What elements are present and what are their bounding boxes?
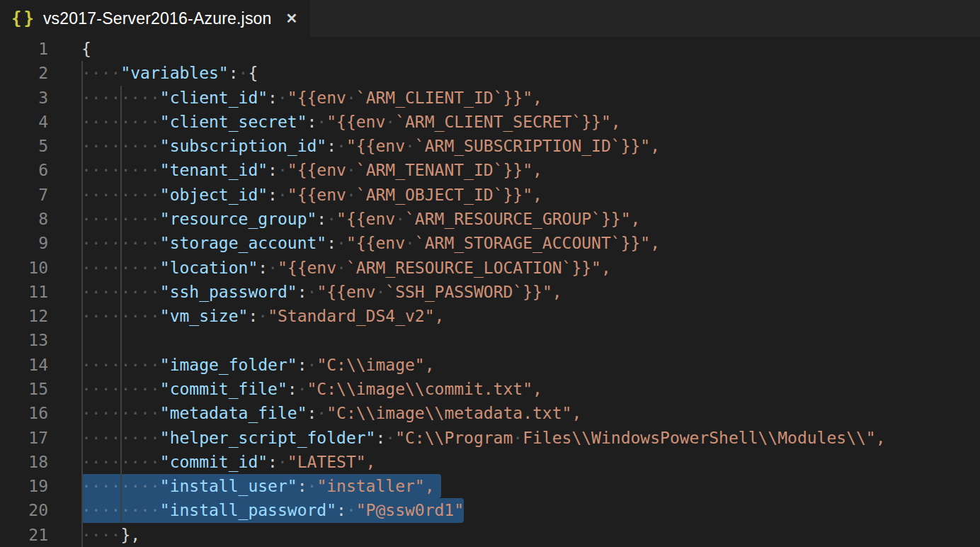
code-token: "C:\\image\\metadata.txt", — [326, 404, 581, 422]
line-number[interactable]: 12 — [0, 304, 48, 328]
code-token: "{{env — [317, 283, 375, 301]
rendered-whitespace: · — [405, 234, 415, 252]
code-token: "helper_script_folder" — [160, 429, 376, 447]
rendered-whitespace: ········ — [81, 307, 160, 325]
line-content: ········"resource_group":·"{{env·`ARM_RE… — [81, 207, 640, 231]
rendered-whitespace: ········ — [81, 404, 160, 422]
line-content: ····"variables":·{ — [81, 61, 258, 85]
code-line[interactable]: 10········"location":·"{{env·`ARM_RESOUR… — [0, 256, 980, 280]
code-token: "{{env — [336, 210, 395, 228]
code-token: : — [375, 429, 385, 447]
json-file-icon: {} — [11, 9, 36, 28]
rendered-whitespace: · — [307, 477, 317, 495]
code-line[interactable]: 1{ — [0, 37, 980, 61]
code-line[interactable]: 13 — [0, 328, 980, 352]
code-token: "install_user" — [160, 477, 297, 495]
code-token: : — [307, 404, 317, 422]
line-number[interactable]: 7 — [0, 183, 48, 207]
rendered-whitespace: ········ — [81, 453, 160, 471]
line-number[interactable]: 5 — [0, 134, 48, 158]
code-token: : — [326, 137, 336, 155]
code-token: `ARM_OBJECT_ID`}}", — [356, 186, 542, 204]
rendered-whitespace: · — [346, 161, 356, 179]
line-number[interactable]: 2 — [0, 61, 48, 85]
code-line[interactable]: 4········"client_secret":·"{{env·`ARM_CL… — [0, 110, 980, 134]
code-line[interactable]: 12········"vm_size":·"Standard_DS4_v2", — [0, 304, 980, 328]
rendered-whitespace: · — [385, 113, 395, 131]
line-number[interactable]: 10 — [0, 256, 48, 280]
line-number[interactable]: 1 — [0, 37, 48, 61]
code-token: `ARM_SUBSCRIPTION_ID`}}", — [415, 137, 660, 155]
code-token: : — [268, 186, 278, 204]
code-token: "{{env — [278, 259, 336, 277]
code-line[interactable]: 17········"helper_script_folder":·"C:\\P… — [0, 426, 980, 450]
code-token: `ARM_TENANT_ID`}}", — [356, 161, 542, 179]
line-number[interactable]: 6 — [0, 158, 48, 182]
code-token: Files\\WindowsPowerShell\\Modules\\", — [523, 429, 885, 447]
code-line[interactable]: 21····}, — [0, 523, 980, 547]
rendered-whitespace: · — [317, 113, 326, 131]
code-line[interactable]: 18········"commit_id":·"LATEST", — [0, 450, 980, 474]
code-line[interactable]: 14········"image_folder":·"C:\\image", — [0, 353, 980, 377]
code-line[interactable]: 20········"install_password":·"P@ssw0rd1… — [0, 498, 980, 522]
code-token: "C:\\image\\commit.txt", — [307, 380, 542, 398]
code-line[interactable]: 16········"metadata_file":·"C:\\image\\m… — [0, 401, 980, 425]
code-editor[interactable]: 1{2····"variables":·{3········"client_id… — [0, 37, 980, 547]
code-token: : — [248, 307, 258, 325]
code-token: : — [317, 210, 326, 228]
line-number[interactable]: 16 — [0, 401, 48, 425]
tab-vs2017-server2016-azure-json[interactable]: {} vs2017-Server2016-Azure.json ✕ — [0, 0, 310, 37]
code-line[interactable]: 11········"ssh_password":·"{{env·`SSH_PA… — [0, 280, 980, 304]
code-line[interactable]: 15········"commit_file":·"C:\\image\\com… — [0, 377, 980, 401]
rendered-whitespace: ········ — [81, 356, 160, 374]
code-token: "Standard_DS4_v2", — [268, 307, 444, 325]
code-token: "{{env — [287, 89, 346, 107]
code-token: `ARM_RESOURCE_GROUP`}}", — [405, 210, 640, 228]
line-number[interactable]: 17 — [0, 426, 48, 450]
line-number[interactable]: 18 — [0, 450, 48, 474]
rendered-whitespace: ···· — [81, 64, 120, 82]
rendered-whitespace: ···· — [81, 526, 120, 544]
line-content: ········"location":·"{{env·`ARM_RESOURCE… — [81, 256, 611, 280]
rendered-whitespace: · — [278, 186, 287, 204]
line-number[interactable]: 15 — [0, 377, 48, 401]
line-number[interactable]: 19 — [0, 474, 48, 498]
code-token: "ssh_password" — [160, 283, 297, 301]
rendered-whitespace: · — [336, 137, 346, 155]
code-token: "subscription_id" — [160, 137, 326, 155]
line-number[interactable]: 8 — [0, 207, 48, 231]
line-number[interactable]: 20 — [0, 498, 48, 522]
tab-close-icon[interactable]: ✕ — [286, 11, 298, 26]
rendered-whitespace: · — [258, 307, 268, 325]
code-token: : — [268, 161, 278, 179]
code-line[interactable]: 9········"storage_account":·"{{env·`ARM_… — [0, 231, 980, 255]
code-token: "location" — [160, 259, 258, 277]
code-line[interactable]: 19········"install_user":·"installer", — [0, 474, 980, 498]
code-token: "install_password" — [160, 501, 336, 519]
rendered-whitespace: ········ — [81, 429, 160, 447]
line-content: ········"ssh_password":·"{{env·`SSH_PASS… — [81, 280, 562, 304]
rendered-whitespace: ········ — [81, 259, 160, 277]
rendered-whitespace: ········ — [81, 477, 160, 495]
code-token: "installer", — [317, 477, 434, 495]
code-line[interactable]: 7········"object_id":·"{{env·`ARM_OBJECT… — [0, 183, 980, 207]
line-number[interactable]: 11 — [0, 280, 48, 304]
line-number[interactable]: 13 — [0, 328, 48, 352]
rendered-whitespace: · — [375, 283, 385, 301]
code-line[interactable]: 2····"variables":·{ — [0, 61, 980, 85]
line-number[interactable]: 14 — [0, 353, 48, 377]
line-number[interactable]: 9 — [0, 231, 48, 255]
code-token: "variables" — [120, 64, 228, 82]
line-number[interactable]: 4 — [0, 110, 48, 134]
line-number[interactable]: 21 — [0, 523, 48, 547]
code-line[interactable]: 3········"client_id":·"{{env·`ARM_CLIENT… — [0, 86, 980, 110]
rendered-whitespace: · — [297, 380, 307, 398]
code-token: `ARM_STORAGE_ACCOUNT`}}", — [415, 234, 660, 252]
code-token: `ARM_RESOURCE_LOCATION`}}", — [346, 259, 611, 277]
code-token: : — [287, 380, 297, 398]
code-line[interactable]: 8········"resource_group":·"{{env·`ARM_R… — [0, 207, 980, 231]
line-content: ········"commit_id":·"LATEST", — [81, 450, 375, 474]
code-line[interactable]: 6········"tenant_id":·"{{env·`ARM_TENANT… — [0, 158, 980, 182]
line-number[interactable]: 3 — [0, 86, 48, 110]
code-line[interactable]: 5········"subscription_id":·"{{env·`ARM_… — [0, 134, 980, 158]
